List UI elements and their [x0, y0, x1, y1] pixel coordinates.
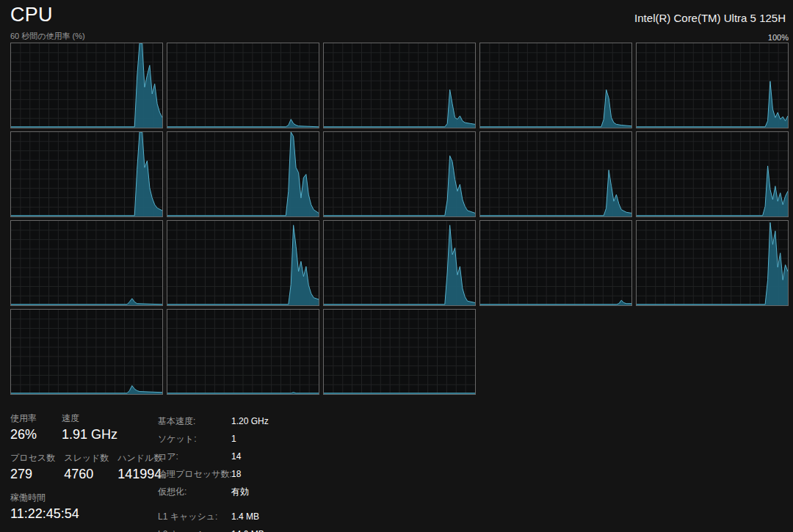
cpu-core-graph-8[interactable] — [479, 131, 632, 217]
stats-row-uptime: 稼働時間 11:22:45:54 — [10, 492, 171, 522]
handles-value: 141994 — [117, 467, 162, 482]
cpu-core-graphs[interactable] — [10, 43, 789, 395]
usage-stat: 使用率 26% — [10, 412, 50, 442]
detail-value: 有効 — [231, 486, 269, 498]
detail-label: 仮想化: — [158, 486, 231, 498]
speed-value: 1.91 GHz — [62, 427, 117, 442]
stats-row-usage-speed: 使用率 26% 速度 1.91 GHz — [10, 412, 171, 442]
cpu-core-graph-13[interactable] — [479, 220, 632, 306]
detail-label: L1 キャッシュ: — [158, 511, 231, 523]
graph-axis-labels: 60 秒間の使用率 (%) 100% — [10, 31, 789, 42]
detail-label: L2 キャッシュ: — [158, 528, 231, 532]
detail-label: 論理プロセッサ数: — [158, 468, 231, 481]
detail-value: 14.0 MB — [231, 529, 269, 532]
graph-gridlines — [11, 310, 162, 394]
cpu-core-graph-5[interactable] — [10, 131, 163, 217]
uptime-value: 11:22:45:54 — [10, 506, 79, 522]
details-spacer — [158, 503, 269, 506]
cpu-core-graph-0[interactable] — [10, 43, 163, 128]
detail-label: ソケット: — [158, 433, 231, 445]
cpu-core-graph-1[interactable] — [167, 43, 319, 128]
task-manager-cpu-page: CPU Intel(R) Core(TM) Ultra 5 125H 60 秒間… — [0, 0, 793, 532]
cpu-core-graph-3[interactable] — [479, 43, 632, 128]
cpu-core-graph-6[interactable] — [167, 131, 319, 217]
cpu-core-graph-9[interactable] — [636, 131, 789, 217]
cpu-core-graph-14[interactable] — [636, 220, 789, 306]
detail-value: 1 — [231, 434, 269, 444]
cpu-stats: 使用率 26% 速度 1.91 GHz プロセス数 279 スレッド数 4760… — [10, 412, 171, 531]
cpu-core-graph-11[interactable] — [167, 220, 319, 306]
graph-gridlines — [637, 43, 788, 128]
detail-label: 基本速度: — [158, 415, 231, 428]
cpu-core-graph-12[interactable] — [323, 220, 476, 306]
cpu-model-name: Intel(R) Core(TM) Ultra 5 125H — [634, 12, 786, 24]
detail-value: 14 — [231, 451, 269, 462]
page-title: CPU — [10, 4, 53, 26]
threads-stat: スレッド数 4760 — [64, 452, 109, 482]
handles-stat: ハンドル数 141994 — [117, 452, 162, 482]
graph-gridlines — [167, 310, 319, 394]
usage-label: 使用率 — [10, 412, 50, 425]
uptime-label: 稼働時間 — [10, 492, 79, 504]
graph-gridlines — [11, 221, 162, 305]
cpu-core-graph-4[interactable] — [636, 43, 789, 128]
stats-row-processes: プロセス数 279 スレッド数 4760 ハンドル数 141994 — [10, 452, 171, 482]
detail-value: 1.4 MB — [231, 511, 269, 522]
graph-gridlines — [167, 43, 319, 128]
cpu-core-graph-15[interactable] — [10, 309, 163, 395]
detail-value: 18 — [231, 469, 269, 479]
cpu-details-list: 基本速度: 1.20 GHz ソケット: 1 コア: 14 論理プロセッサ数: … — [158, 415, 269, 532]
graph-gridlines — [324, 310, 475, 394]
cpu-core-graph-2[interactable] — [323, 43, 476, 128]
cpu-core-graph-16[interactable] — [167, 309, 319, 395]
uptime-stat: 稼働時間 11:22:45:54 — [10, 492, 79, 522]
speed-label: 速度 — [62, 412, 117, 425]
cpu-core-graph-7[interactable] — [323, 131, 476, 217]
speed-stat: 速度 1.91 GHz — [62, 412, 117, 442]
processes-label: プロセス数 — [10, 452, 55, 464]
detail-label: コア: — [158, 451, 231, 463]
threads-value: 4760 — [64, 467, 109, 482]
usage-value: 26% — [10, 427, 50, 442]
graph-gridlines — [480, 221, 631, 305]
detail-value: 1.20 GHz — [231, 416, 269, 426]
cpu-core-graph-17[interactable] — [323, 309, 476, 395]
graph-max-percent-label: 100% — [768, 33, 789, 42]
handles-label: ハンドル数 — [117, 452, 162, 464]
graph-gridlines — [637, 221, 788, 305]
processes-value: 279 — [10, 467, 55, 482]
graph-timescale-label: 60 秒間の使用率 (%) — [10, 31, 85, 42]
processes-stat: プロセス数 279 — [10, 452, 55, 482]
threads-label: スレッド数 — [64, 452, 109, 464]
cpu-core-graph-10[interactable] — [10, 220, 163, 306]
